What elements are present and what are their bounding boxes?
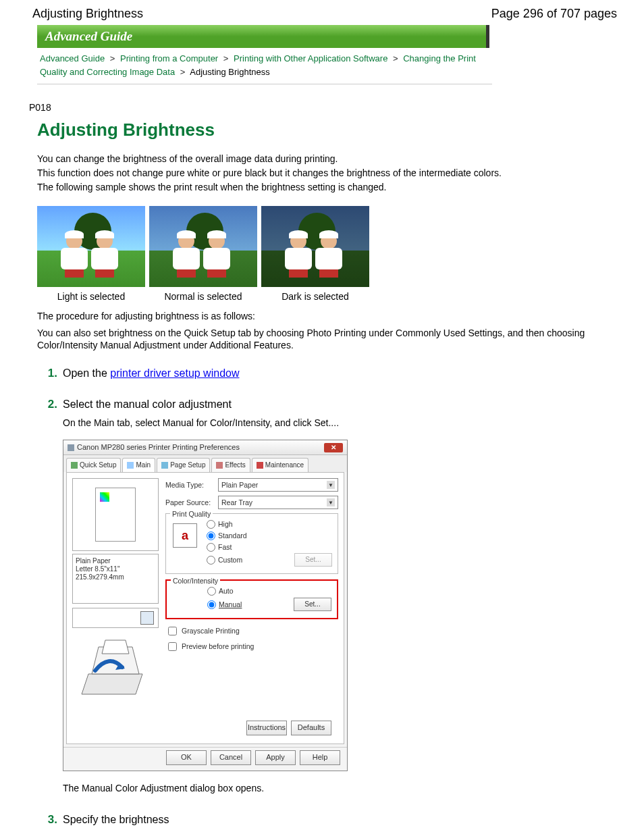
page-code: P018	[29, 102, 617, 113]
pq-standard-label: Standard	[218, 531, 247, 541]
paper-source-combo[interactable]: Rear Tray▼	[218, 496, 338, 509]
printer-driver-link[interactable]: printer driver setup window	[110, 367, 239, 379]
step-2-num: 2.	[37, 398, 57, 411]
tab-maintenance[interactable]: Maintenance	[252, 458, 308, 472]
ok-button[interactable]: OK	[166, 750, 207, 765]
dialog-main-buttons: OK Cancel Apply Help	[63, 747, 347, 771]
pq-set-button[interactable]: Set...	[294, 553, 332, 567]
crumb-sep: >	[178, 67, 188, 77]
content: Advanced Guide Advanced Guide > Printing…	[0, 25, 644, 834]
after-samples: The procedure for adjusting brightness i…	[37, 310, 617, 353]
sample-light: Light is selected	[37, 206, 145, 302]
dialog-body: Plain Paper Letter 8.5"x11" 215.9x279.4m…	[66, 472, 344, 744]
media-type-label: Media Type:	[165, 480, 214, 490]
crumb-current: Adjusting Brightness	[190, 67, 270, 77]
tab-page-setup-label: Page Setup	[170, 461, 205, 470]
sample-normal-caption: Normal is selected	[149, 291, 257, 302]
crumb-printing-computer[interactable]: Printing from a Computer	[120, 53, 218, 63]
step-1: 1. Open the printer driver setup window	[37, 367, 617, 380]
tab-effects-label: Effects	[225, 461, 245, 470]
chevron-down-icon: ▼	[327, 498, 335, 506]
doc-title: Adjusting Brightness	[32, 7, 143, 21]
dialog-aux-buttons: Instructions Defaults	[165, 716, 338, 738]
tab-quick-setup[interactable]: Quick Setup	[66, 458, 121, 472]
quick-setup-note: You can also set brightness on the Quick…	[37, 327, 617, 353]
tab-page-setup[interactable]: Page Setup	[157, 458, 210, 472]
color-intensity-group: Color/Intensity Auto ManualSet...	[165, 579, 338, 619]
step-3-title: Specify the brightness	[63, 814, 169, 826]
intro-p2: This function does not change pure white…	[37, 167, 617, 180]
printer-illustration	[72, 633, 159, 701]
cancel-button[interactable]: Cancel	[211, 750, 251, 765]
paper-info-1: Plain Paper	[76, 557, 155, 565]
page-number: Page 296 of 707 pages	[491, 7, 617, 21]
sample-images: Light is selected Normal is selected Dar…	[37, 206, 617, 302]
breadcrumb: Advanced Guide > Printing from a Compute…	[37, 49, 492, 84]
crumb-sep: >	[107, 53, 118, 63]
ci-manual-row[interactable]: ManualSet...	[207, 598, 331, 611]
tab-effects[interactable]: Effects	[211, 458, 250, 472]
media-type-field: Media Type: Plain Paper▼	[165, 478, 338, 492]
ci-manual-label: Manual	[219, 600, 242, 610]
tab-main[interactable]: Main	[122, 458, 155, 472]
ci-manual-radio[interactable]	[207, 600, 216, 609]
pq-custom-radio[interactable]	[207, 556, 215, 565]
tab-quick-setup-label: Quick Setup	[80, 461, 116, 470]
preview-row[interactable]: Preview before printing	[165, 640, 338, 653]
crumb-printing-other-app[interactable]: Printing with Other Application Software	[234, 53, 387, 63]
preview-checkbox[interactable]	[168, 642, 177, 651]
step-3: 3. Specify the brightness Select Light, …	[37, 813, 617, 834]
steps-list: 1. Open the printer driver setup window …	[37, 367, 617, 834]
crumb-sep: >	[221, 53, 232, 63]
preferences-dialog: Canon MP280 series Printer Printing Pref…	[63, 440, 348, 771]
step-2-text: On the Main tab, select Manual for Color…	[63, 417, 617, 430]
step-1-title-pre: Open the	[63, 367, 110, 379]
paper-info-2: Letter 8.5"x11" 215.9x279.4mm	[76, 565, 155, 581]
crumb-advanced-guide[interactable]: Advanced Guide	[40, 53, 105, 63]
settings-preview	[72, 478, 159, 551]
pq-high-radio[interactable]	[207, 520, 215, 529]
crumb-sep: >	[390, 53, 401, 63]
guide-banner: Advanced Guide	[37, 25, 489, 48]
pq-fast-radio[interactable]	[207, 543, 215, 552]
ci-auto-radio[interactable]	[207, 587, 216, 596]
help-button[interactable]: Help	[300, 750, 340, 765]
apply-button[interactable]: Apply	[255, 750, 296, 765]
chevron-down-icon: ▼	[327, 481, 335, 489]
print-quality-group: Print Quality a High Standard Fast Custo…	[165, 513, 338, 574]
pq-custom-row[interactable]: CustomSet...	[207, 553, 332, 567]
pq-standard-radio[interactable]	[207, 531, 215, 540]
pq-high-row[interactable]: High	[207, 519, 332, 529]
sample-normal: Normal is selected	[149, 206, 257, 302]
grayscale-label: Grayscale Printing	[182, 626, 240, 636]
step-2: 2. Select the manual color adjustment On…	[37, 398, 617, 795]
close-button[interactable]: ✕	[324, 443, 343, 452]
defaults-button[interactable]: Defaults	[291, 721, 331, 735]
paper-source-label: Paper Source:	[165, 498, 214, 508]
intro: You can change the brightness of the ove…	[37, 153, 617, 194]
step-1-title: Open the printer driver setup window	[63, 367, 239, 380]
pq-custom-label: Custom	[218, 555, 242, 565]
media-type-value: Plain Paper	[221, 480, 258, 490]
paper-source-value: Rear Tray	[221, 498, 252, 508]
instructions-button[interactable]: Instructions	[246, 721, 287, 735]
sample-dark: Dark is selected	[261, 206, 369, 302]
ci-auto-row[interactable]: Auto	[207, 586, 331, 596]
ci-set-button[interactable]: Set...	[294, 598, 331, 611]
dialog-right-panel: Media Type: Plain Paper▼ Paper Source: R…	[165, 478, 338, 738]
sample-dark-thumb	[261, 206, 369, 287]
intro-p1: You can change the brightness of the ove…	[37, 153, 617, 165]
grayscale-row[interactable]: Grayscale Printing	[165, 625, 338, 637]
pq-standard-row[interactable]: Standard	[207, 531, 332, 541]
tray-indicator	[72, 608, 159, 628]
pq-fast-row[interactable]: Fast	[207, 542, 332, 552]
procedure-intro: The procedure for adjusting brightness i…	[37, 310, 617, 323]
dialog-tabs: Quick Setup Main Page Setup Effects Main…	[63, 455, 347, 472]
step-1-num: 1.	[37, 367, 57, 380]
ci-auto-label: Auto	[219, 586, 234, 596]
step-2-title: Select the manual color adjustment	[63, 398, 232, 411]
intro-p3: The following sample shows the print res…	[37, 181, 617, 194]
sample-light-caption: Light is selected	[37, 291, 145, 302]
media-type-combo[interactable]: Plain Paper▼	[218, 478, 338, 492]
grayscale-checkbox[interactable]	[168, 627, 177, 635]
